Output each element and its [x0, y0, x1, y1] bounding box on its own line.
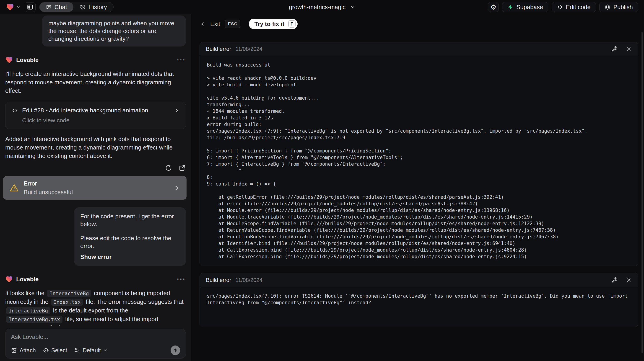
code-brackets-icon [557, 4, 563, 10]
page-scrollbar[interactable] [642, 32, 643, 353]
topbar-right: ⚙ Supabase Edit code Publish [488, 2, 638, 12]
panel-body[interactable]: Build was unsuccessful > vite_react_shad… [200, 56, 638, 266]
mode-label: Default [82, 347, 100, 354]
panel-title: Build error [206, 46, 231, 52]
message-actions [5, 164, 186, 172]
chevron-right-icon [174, 185, 180, 191]
inline-code: InteractiveBg [47, 290, 91, 297]
toggle-sidebar-button[interactable] [25, 2, 36, 12]
panel-body[interactable]: src/pages/Index.tsx(7,10): error TS2614:… [200, 287, 638, 312]
retry-icon[interactable] [165, 164, 172, 172]
edit-code-button[interactable]: Edit code [552, 2, 596, 12]
lovable-heart-icon [5, 275, 13, 283]
edit-card-28[interactable]: Edit #28 • Add interactive background an… [5, 102, 186, 129]
chat-messages: maybe diagramming points and when you mo… [0, 15, 191, 326]
topbar-left: Chat History [6, 2, 114, 12]
sliders-icon [74, 347, 80, 354]
lovable-heart-icon [5, 56, 13, 64]
edit-code-label: Edit code [566, 4, 590, 11]
tab-chat-label: Chat [54, 4, 67, 11]
panel-actions [612, 277, 632, 283]
assistant-header: Lovable ··· [5, 275, 186, 283]
send-button[interactable] [170, 346, 180, 355]
fix-wrench-icon[interactable] [612, 46, 618, 52]
select-target-icon [43, 347, 49, 354]
inline-code: InteractiveBg [6, 307, 50, 314]
supabase-bolt-icon [508, 4, 513, 10]
edit-card-28-subtitle: Click to view code [12, 117, 180, 124]
tab-history[interactable]: History [74, 2, 113, 12]
user-message: maybe diagramming points and when you mo… [42, 15, 186, 46]
project-name: growth-metrics-magic [289, 4, 346, 11]
select-label: Select [51, 347, 67, 354]
panel-date: 11/08/2024 [236, 277, 262, 283]
select-button[interactable]: Select [43, 347, 67, 354]
close-icon[interactable] [626, 46, 632, 52]
chevron-down-icon [16, 5, 21, 9]
chat-bubble-icon [46, 4, 52, 10]
build-log: src/pages/Index.tsx(7,10): error TS2614:… [207, 293, 631, 306]
show-error-link[interactable]: Show error [80, 253, 180, 261]
exit-button[interactable]: Exit [210, 20, 220, 27]
edit-card-28-title: Edit #28 • Add interactive background an… [22, 107, 148, 114]
user-message: For the code present, I get the error be… [74, 207, 186, 266]
assistant-message: It looks like the InteractiveBg componen… [5, 289, 186, 326]
publish-button[interactable]: Publish [599, 2, 638, 12]
lovable-logo-menu[interactable] [6, 3, 21, 11]
user-message-line: Please edit the code to resolve the erro… [80, 234, 180, 250]
f-key-badge: F [288, 20, 296, 27]
mode-dropdown[interactable]: Default [74, 347, 108, 354]
build-error-panel-1: Build error 11/08/2024 Build was unsucce… [200, 42, 638, 266]
composer-toolbar: Attach Select Default [11, 346, 180, 355]
panel-header: Build error 11/08/2024 [200, 42, 638, 56]
panel-date: 11/08/2024 [236, 46, 262, 52]
history-clock-icon [80, 4, 86, 10]
error-card-texts: Error Build unsuccessful [24, 180, 73, 196]
arrow-up-icon [173, 348, 178, 353]
chat-panel: maybe diagramming points and when you mo… [0, 14, 191, 361]
supabase-button[interactable]: Supabase [502, 2, 548, 12]
tab-chat[interactable]: Chat [40, 2, 74, 12]
chevron-down-icon [350, 4, 355, 9]
main-area: maybe diagramming points and when you mo… [0, 14, 644, 361]
inline-code: InteractiveBg.tsx [6, 316, 62, 323]
panel-header: Build error 11/08/2024 [200, 273, 638, 287]
assistant-name: Lovable [16, 56, 38, 64]
message-more-button[interactable]: ··· [177, 277, 186, 282]
warning-triangle-icon [9, 183, 19, 193]
chat-input[interactable]: Ask Lovable... [11, 333, 180, 341]
message-more-button[interactable]: ··· [177, 58, 186, 62]
user-message-text: maybe diagramming points and when you mo… [48, 19, 180, 43]
project-switcher[interactable]: growth-metrics-magic [289, 4, 355, 11]
try-to-fix-label: Try to fix it [254, 20, 284, 27]
chevron-down-icon [103, 348, 108, 353]
esc-key-badge: ESC [225, 20, 240, 28]
assistant-message: I'll help create an interactive backgrou… [5, 70, 186, 95]
fix-wrench-icon[interactable] [612, 277, 618, 283]
image-attach-icon [11, 347, 17, 354]
build-error-panel-2: Build error 11/08/2024 src/pages/Index.t… [200, 273, 638, 327]
chevron-left-icon[interactable] [200, 21, 206, 27]
open-external-icon[interactable] [178, 164, 186, 172]
close-icon[interactable] [626, 277, 632, 283]
composer[interactable]: Ask Lovable... Attach Select [5, 329, 186, 359]
edit-card-28-row: Edit #28 • Add interactive background an… [12, 107, 180, 114]
error-card-subtitle: Build unsuccessful [24, 189, 73, 196]
assistant-message: Added an interactive background with pin… [5, 135, 186, 160]
assistant-name: Lovable [16, 276, 38, 283]
error-view-header: Exit ESC Try to fix it F [200, 19, 638, 29]
attach-button[interactable]: Attach [11, 347, 36, 354]
globe-icon [604, 4, 610, 10]
error-view: Exit ESC Try to fix it F Build error 11/… [191, 14, 644, 361]
chat-history-switch: Chat History [39, 2, 114, 12]
panel-title: Build error [206, 277, 231, 283]
try-to-fix-button[interactable]: Try to fix it F [249, 19, 297, 29]
code-brackets-icon [12, 107, 18, 114]
settings-button[interactable]: ⚙ [488, 2, 499, 12]
error-card-title: Error [24, 180, 73, 187]
assistant-header: Lovable ··· [5, 56, 186, 64]
gear-icon: ⚙ [490, 3, 496, 11]
build-error-card[interactable]: Error Build unsuccessful [3, 176, 186, 200]
lovable-heart-icon [6, 3, 14, 11]
supabase-label: Supabase [516, 4, 543, 11]
